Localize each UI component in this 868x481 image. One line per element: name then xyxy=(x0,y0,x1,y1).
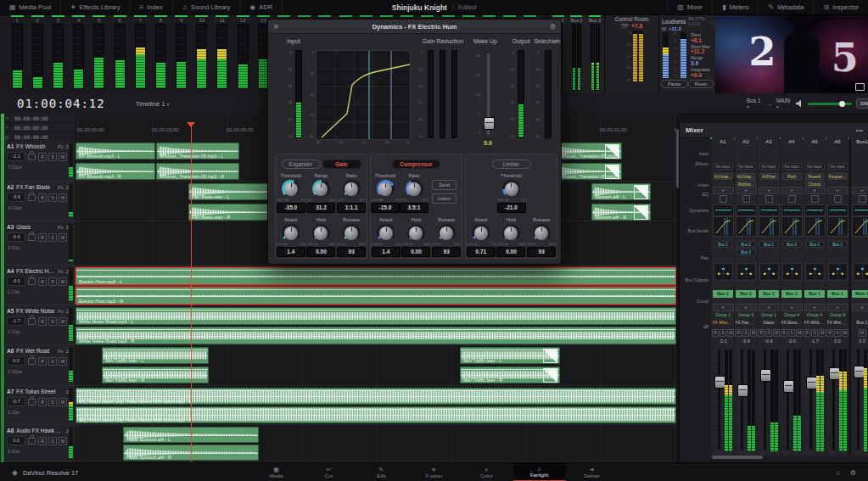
tool-row[interactable]: ▪ 00:00:00:00 xyxy=(0,114,75,123)
group-label[interactable]: Group 1 xyxy=(761,312,776,317)
panel-toggle-button[interactable]: ▥ Mixer xyxy=(667,0,712,14)
strip-db-value[interactable]: 0.0 xyxy=(834,338,841,344)
knob-value[interactable]: 93 xyxy=(527,247,556,257)
statusbar-icon[interactable]: ⌂ xyxy=(836,469,840,477)
page-tab[interactable]: ◐ Color xyxy=(461,463,513,481)
track-rsm-button[interactable]: R xyxy=(38,153,47,161)
track-rsm-button[interactable]: S xyxy=(48,193,57,202)
audio-clip[interactable]: Whoosh_Transition-05.mp3 - L xyxy=(556,143,622,159)
track-header[interactable]: A6 FX Wet Road Fx 2.0 0.0 RSM 2 Clips xyxy=(5,345,75,386)
pan-control[interactable] xyxy=(853,263,868,281)
group-label[interactable]: Group 4 xyxy=(784,312,799,317)
dynamics-thumbnail[interactable] xyxy=(759,216,780,237)
input-select[interactable]: No Input xyxy=(782,163,802,170)
track-rsm-button[interactable]: M xyxy=(59,233,67,242)
track-gain-value[interactable]: -0.7 xyxy=(7,397,25,406)
bus-output-chip[interactable]: Bus 1 xyxy=(827,290,848,298)
bus-send-chip[interactable]: Bus 2 xyxy=(736,241,756,248)
knob-value[interactable]: -35.0 xyxy=(277,203,305,213)
effect-chip[interactable]: Frequen... xyxy=(828,173,848,180)
insert-slot[interactable] xyxy=(765,195,773,203)
insert-slot[interactable] xyxy=(788,195,796,203)
track-header[interactable]: A3 Glass Fx 1.0 -0.6 RSM 1 Clip xyxy=(5,221,75,266)
track-fx-badge[interactable]: Fx xyxy=(58,144,64,149)
insert-slot[interactable] xyxy=(720,195,727,203)
audio-clip[interactable]: Wet Traffic.wav - L xyxy=(460,347,560,364)
dynamics-thumbnail[interactable] xyxy=(804,216,826,237)
dynamics-dialog[interactable]: ✕ Dynamics - FX Electric Hum ⚙ Input 0-1… xyxy=(267,19,562,265)
page-tab[interactable]: ➔ Deliver xyxy=(566,463,619,481)
knob-value[interactable]: -21.0 xyxy=(497,203,526,213)
knob-value[interactable]: 93 xyxy=(337,247,366,257)
track-rsm-button[interactable]: M xyxy=(59,357,67,366)
audio-clip[interactable]: White Noise Road.mp3 - R xyxy=(76,327,676,344)
makeup-slider-handle[interactable] xyxy=(484,117,495,130)
loudness-menu-icon[interactable]: ⋯ xyxy=(708,19,714,25)
strip-rsm-button[interactable]: M xyxy=(842,329,848,337)
knob-value[interactable]: 3.5:1 xyxy=(400,203,428,213)
fade-handle-icon[interactable] xyxy=(543,349,557,363)
strip-db-value[interactable]: -1.7 xyxy=(810,338,818,344)
add-effect-button[interactable]: + xyxy=(852,187,868,194)
effect-chip[interactable]: Reverb xyxy=(805,173,825,180)
page-tab[interactable]: ✎ Edit xyxy=(356,463,408,481)
effect-chip[interactable]: Pitch xyxy=(782,173,802,180)
fader-track[interactable] xyxy=(764,350,766,450)
track-rsm-button[interactable]: R xyxy=(38,437,47,445)
knob[interactable] xyxy=(312,224,330,242)
bus-send-chip[interactable]: Bus 3 xyxy=(782,241,802,248)
group-label[interactable]: Group 1 xyxy=(715,312,731,317)
dynamics-thumbnail[interactable] xyxy=(736,216,757,237)
statusbar-icon[interactable]: ⚙ xyxy=(850,469,856,477)
audio-clip[interactable]: Fan Blade.wav - L xyxy=(188,183,272,200)
eq-thumbnail[interactable] xyxy=(852,204,868,216)
strip-db-value[interactable]: 0.0 xyxy=(859,338,865,344)
effect-chip[interactable]: AUFilter xyxy=(759,173,779,180)
audio-clip[interactable]: Whoosh_Transition-05.mp3 - R xyxy=(156,163,239,180)
knob[interactable] xyxy=(472,224,490,242)
dynamics-transfer-graph[interactable] xyxy=(316,50,411,140)
add-effect-button[interactable]: + xyxy=(804,187,826,194)
fade-handle-icon[interactable] xyxy=(634,205,648,220)
page-tab[interactable]: ♪ Fairlight xyxy=(513,463,566,481)
strip-name[interactable]: A3 xyxy=(758,139,780,144)
input-select[interactable]: No Input xyxy=(736,163,756,170)
input-select[interactable]: No Input xyxy=(759,163,779,170)
track-rsm-button[interactable]: R xyxy=(38,233,47,242)
add-output-button[interactable]: + xyxy=(736,304,757,311)
insert-slot[interactable] xyxy=(834,195,842,203)
strip-rsm-button[interactable]: S xyxy=(811,329,818,337)
track-rsm-button[interactable]: S xyxy=(48,233,57,242)
strip-rsm-button[interactable]: R xyxy=(712,329,719,337)
strip-name[interactable]: A4 xyxy=(781,139,803,144)
fade-handle-icon[interactable] xyxy=(543,368,557,383)
knob-value[interactable]: 1.4 xyxy=(277,247,305,257)
fader-track[interactable] xyxy=(832,350,835,450)
strip-rsm-button[interactable]: S xyxy=(788,329,795,337)
bus-send-chip[interactable]: Bus 3 xyxy=(805,241,825,248)
dynamics-thumbnail[interactable] xyxy=(827,216,848,237)
strip-rsm-button[interactable]: M xyxy=(773,329,780,337)
track-header[interactable]: A8 Audio FX Hawk Sc... 2.0 0.0 RSM 1 Cli… xyxy=(5,425,75,462)
strip-db-value[interactable]: -3.9 xyxy=(742,338,749,344)
track-rsm-button[interactable]: S xyxy=(48,277,57,286)
fader-track[interactable] xyxy=(787,350,789,450)
fader-track[interactable] xyxy=(718,350,720,450)
dynamics-band-tab[interactable]: Compressor xyxy=(392,159,440,169)
strip-rsm-button[interactable]: M xyxy=(750,329,757,337)
knob-value[interactable]: 1:1.1 xyxy=(337,203,366,213)
strip-name[interactable]: Bus1 xyxy=(851,139,868,144)
timeline-selector[interactable]: Timeline 1 ▾ xyxy=(136,100,169,108)
audio-clip[interactable]: FX Whoosh.mp3 - R xyxy=(76,163,155,180)
bus-send-chip[interactable]: Bus 2 xyxy=(714,241,733,248)
track-gain-value[interactable]: 0.0 xyxy=(7,356,25,366)
track-rsm-button[interactable]: R xyxy=(38,193,47,202)
knob-value[interactable]: 1.4 xyxy=(372,247,400,257)
input-select[interactable]: No Input xyxy=(714,163,733,170)
knob[interactable] xyxy=(377,180,395,198)
dynamics-thumbnail[interactable] xyxy=(852,216,868,237)
tool-row[interactable]: ▪ 00:00:00:00 xyxy=(0,123,75,132)
knob[interactable] xyxy=(282,180,300,198)
bus-output-chip[interactable]: Main 1 xyxy=(852,290,868,298)
gear-icon[interactable]: ⚙ xyxy=(550,23,556,31)
